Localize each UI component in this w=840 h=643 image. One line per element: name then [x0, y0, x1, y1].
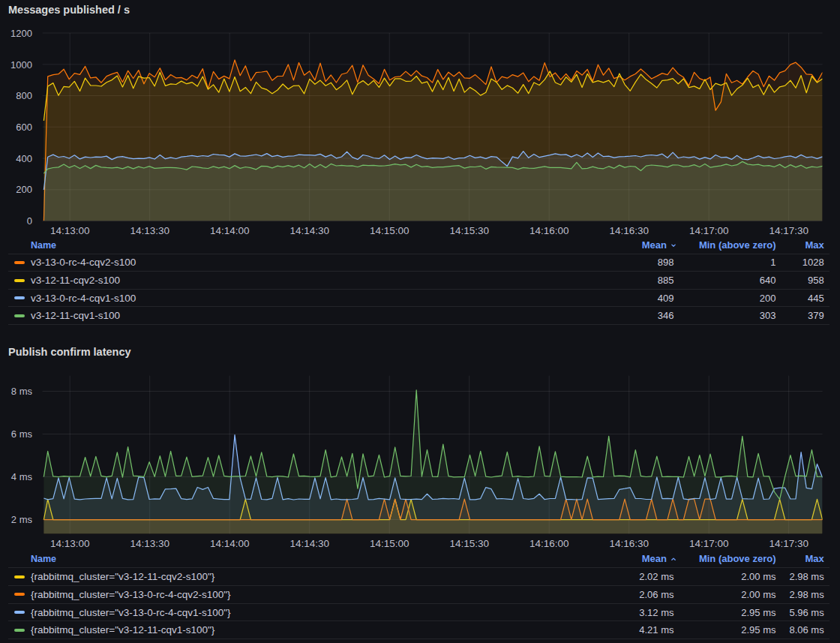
svg-text:14:15:00: 14:15:00: [370, 225, 410, 236]
svg-text:0: 0: [27, 215, 32, 227]
svg-text:14:17:00: 14:17:00: [689, 225, 729, 236]
svg-text:14:14:30: 14:14:30: [290, 538, 329, 549]
svg-text:14:16:30: 14:16:30: [609, 225, 649, 236]
svg-text:4 ms: 4 ms: [11, 471, 33, 482]
svg-text:600: 600: [16, 122, 32, 133]
svg-text:14:14:00: 14:14:00: [210, 225, 250, 236]
svg-text:200: 200: [16, 184, 32, 195]
svg-text:14:16:00: 14:16:00: [530, 225, 569, 236]
svg-text:400: 400: [16, 153, 32, 164]
svg-text:8 ms: 8 ms: [11, 386, 33, 397]
svg-text:14:13:00: 14:13:00: [50, 225, 90, 236]
svg-text:800: 800: [16, 90, 32, 101]
svg-text:14:13:30: 14:13:30: [130, 225, 170, 236]
svg-text:14:17:30: 14:17:30: [769, 538, 808, 549]
svg-text:14:16:00: 14:16:00: [530, 538, 569, 549]
svg-text:14:14:30: 14:14:30: [290, 225, 329, 236]
svg-text:6 ms: 6 ms: [11, 428, 33, 440]
svg-text:14:15:30: 14:15:30: [449, 225, 489, 236]
svg-text:14:13:00: 14:13:00: [50, 538, 90, 549]
svg-text:14:17:30: 14:17:30: [769, 225, 808, 236]
svg-text:2 ms: 2 ms: [11, 514, 33, 525]
svg-text:14:17:00: 14:17:00: [689, 538, 729, 549]
svg-text:14:15:00: 14:15:00: [370, 538, 410, 549]
svg-text:14:15:30: 14:15:30: [449, 538, 489, 549]
svg-text:14:13:30: 14:13:30: [130, 538, 170, 549]
svg-text:1200: 1200: [10, 28, 32, 39]
svg-text:14:14:00: 14:14:00: [210, 538, 250, 549]
svg-text:1000: 1000: [10, 59, 32, 71]
svg-text:14:16:30: 14:16:30: [609, 538, 649, 549]
